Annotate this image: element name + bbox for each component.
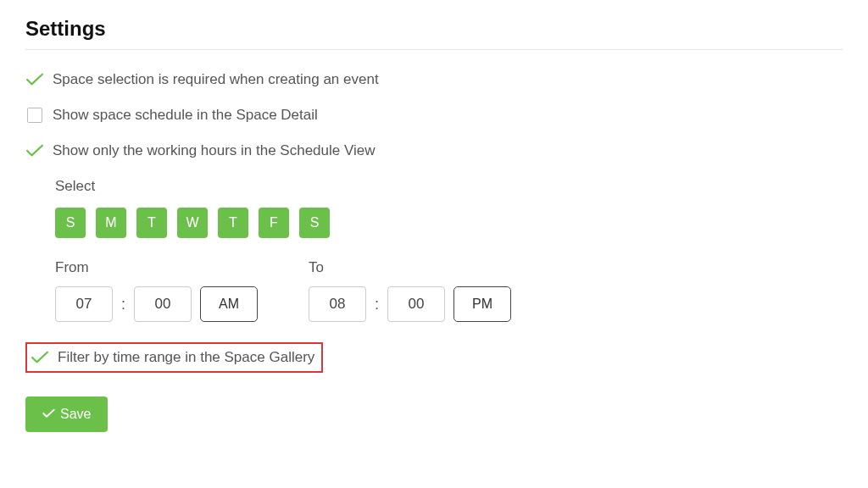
to-inputs: : PM <box>309 286 511 322</box>
option-show-schedule[interactable]: Show space schedule in the Space Detail <box>25 107 843 124</box>
day-fri[interactable]: F <box>259 208 289 238</box>
time-row: From : AM To : PM <box>55 259 843 322</box>
days-row: S M T W T F S <box>55 208 843 238</box>
option-working-hours[interactable]: Show only the working hours in the Sched… <box>25 142 843 159</box>
option-label: Show only the working hours in the Sched… <box>53 142 376 159</box>
from-inputs: : AM <box>55 286 258 322</box>
check-icon <box>25 142 44 159</box>
option-label: Show space schedule in the Space Detail <box>53 107 318 124</box>
page-title: Settings <box>25 17 843 41</box>
to-ampm-button[interactable]: PM <box>453 286 511 322</box>
colon: : <box>121 296 125 313</box>
day-wed[interactable]: W <box>177 208 208 238</box>
to-hour-input[interactable] <box>309 286 366 322</box>
from-label: From <box>55 259 258 276</box>
to-label: To <box>309 259 511 276</box>
save-button[interactable]: Save <box>25 396 108 432</box>
check-icon <box>42 407 55 422</box>
divider <box>25 49 843 50</box>
day-mon[interactable]: M <box>96 208 126 238</box>
day-tue[interactable]: T <box>136 208 167 238</box>
from-min-input[interactable] <box>134 286 192 322</box>
option-label[interactable]: Filter by time range in the Space Galler… <box>58 349 314 366</box>
from-group: From : AM <box>55 259 258 322</box>
check-icon <box>25 71 44 88</box>
day-sat[interactable]: S <box>299 208 330 238</box>
colon: : <box>375 296 379 313</box>
day-thu[interactable]: T <box>218 208 248 238</box>
check-icon <box>31 349 49 366</box>
option-filter-time-range-highlight: Filter by time range in the Space Galler… <box>25 342 323 373</box>
checkbox-empty-icon <box>27 108 42 123</box>
to-min-input[interactable] <box>387 286 445 322</box>
schedule-config: Select S M T W T F S From : AM To : PM <box>55 178 843 322</box>
option-label: Space selection is required when creatin… <box>53 71 379 88</box>
save-label: Save <box>60 407 91 422</box>
select-label: Select <box>55 178 843 195</box>
from-hour-input[interactable] <box>55 286 113 322</box>
to-group: To : PM <box>309 259 511 322</box>
option-space-selection[interactable]: Space selection is required when creatin… <box>25 71 843 88</box>
day-sun[interactable]: S <box>55 208 86 238</box>
from-ampm-button[interactable]: AM <box>200 286 258 322</box>
